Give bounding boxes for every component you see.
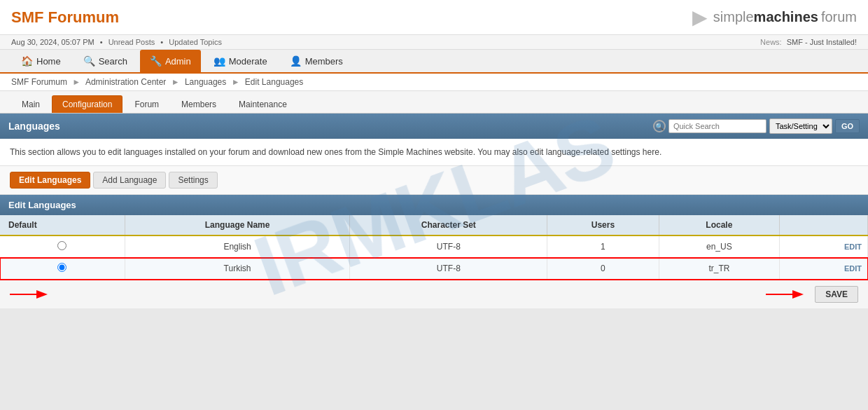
row-users-turkish: 0 — [547, 258, 659, 280]
section-header: Languages 🔍 Task/Setting GO — [0, 114, 868, 139]
row-locale-turkish: tr_TR — [659, 258, 779, 280]
row-edit-english: EDIT — [780, 235, 868, 258]
breadcrumb-languages[interactable]: Languages — [185, 77, 226, 87]
tab-forum[interactable]: Forum — [124, 95, 169, 113]
go-button[interactable]: GO — [835, 119, 860, 133]
header: SMF Forumum ▶ simplemachines forum — [0, 0, 868, 35]
tab-configuration[interactable]: Configuration — [52, 95, 122, 113]
news-text: SMF - Just Installed! — [787, 38, 857, 46]
col-character-set: Character Set — [350, 215, 547, 235]
col-users: Users — [547, 215, 659, 235]
breadcrumb: SMF Forumum ► Administration Center ► La… — [0, 74, 868, 91]
save-button[interactable]: SAVE — [815, 286, 858, 303]
search-area: 🔍 Task/Setting GO — [653, 118, 860, 134]
breadcrumb-admin[interactable]: Administration Center — [85, 77, 166, 87]
arrow-right-indicator — [766, 286, 808, 303]
row-charset-english: UTF-8 — [350, 235, 547, 258]
logo-area: ▶ simplemachines forum — [692, 6, 857, 29]
tab-bar: Main Configuration Forum Members Mainten… — [0, 91, 868, 114]
nav-search-label: Search — [99, 56, 127, 67]
radio-english[interactable] — [57, 241, 66, 250]
row-name-turkish: Turkish — [125, 258, 350, 280]
subtab-edit-languages[interactable]: Edit Languages — [10, 172, 90, 189]
info-bar: Aug 30, 2024, 05:07 PM • Unread Posts • … — [0, 35, 868, 50]
logo-triangle-icon: ▶ — [692, 6, 708, 29]
col-edit-action — [780, 215, 868, 235]
arrow-left-area — [10, 286, 52, 303]
edit-english-link[interactable]: EDIT — [844, 242, 862, 251]
site-title: SMF Forumum — [11, 8, 119, 26]
sep1: • — [100, 38, 103, 46]
moderate-icon: 👥 — [214, 55, 225, 67]
table-row: Turkish UTF-8 0 tr_TR EDIT — [0, 258, 868, 280]
nav-bar: 🏠 Home 🔍 Search 🔧 Admin 👥 Moderate 👤 Mem… — [0, 50, 868, 74]
news-label: News: — [760, 38, 782, 46]
table-header-row: Default Language Name Character Set User… — [0, 215, 868, 235]
col-default: Default — [0, 215, 125, 235]
tab-main[interactable]: Main — [11, 95, 50, 113]
quick-search-input[interactable] — [668, 119, 766, 133]
row-edit-turkish: EDIT — [780, 258, 868, 280]
nav-moderate-label: Moderate — [229, 56, 267, 67]
save-row: SAVE — [0, 280, 868, 308]
edit-turkish-link[interactable]: EDIT — [844, 264, 862, 273]
nav-moderate[interactable]: 👥 Moderate — [204, 50, 277, 72]
breadcrumb-current: Edit Languages — [245, 77, 303, 87]
subtab-settings[interactable]: Settings — [169, 172, 217, 189]
nav-home-label: Home — [36, 56, 61, 67]
nav-admin[interactable]: 🔧 Admin — [140, 50, 201, 72]
section-description: This section allows you to edit language… — [0, 139, 868, 166]
main-content: Languages 🔍 Task/Setting GO This section… — [0, 114, 868, 308]
edit-langs-header: Edit Languages — [0, 195, 868, 215]
info-bar-left: Aug 30, 2024, 05:07 PM • Unread Posts • … — [11, 38, 222, 46]
subtab-bar: Edit Languages Add Language Settings — [0, 166, 868, 195]
search-icon: 🔍 — [83, 55, 95, 67]
nav-members-label: Members — [305, 56, 343, 67]
members-icon: 👤 — [290, 55, 302, 67]
breadcrumb-home[interactable]: SMF Forumum — [11, 77, 67, 87]
col-locale: Locale — [659, 215, 779, 235]
updated-topics-link[interactable]: Updated Topics — [169, 38, 222, 46]
row-users-english: 1 — [547, 235, 659, 258]
arrow-left-indicator — [10, 286, 52, 303]
col-language-name: Language Name — [125, 215, 350, 235]
row-charset-turkish: UTF-8 — [350, 258, 547, 280]
home-icon: 🏠 — [21, 55, 33, 67]
tab-maintenance[interactable]: Maintenance — [228, 95, 298, 113]
nav-search[interactable]: 🔍 Search — [74, 50, 137, 72]
section-title: Languages — [8, 121, 60, 132]
subtab-add-language[interactable]: Add Language — [93, 172, 166, 189]
radio-turkish[interactable] — [57, 263, 66, 272]
row-default-english — [0, 235, 125, 258]
sep-icon-3: ► — [232, 77, 240, 87]
row-default-turkish — [0, 258, 125, 280]
news-area: News: SMF - Just Installed! — [760, 38, 857, 46]
table-row: English UTF-8 1 en_US EDIT — [0, 235, 868, 258]
edit-langs-title: Edit Languages — [8, 200, 76, 210]
datetime: Aug 30, 2024, 05:07 PM — [11, 38, 94, 46]
task-setting-select[interactable]: Task/Setting — [769, 118, 832, 134]
nav-admin-label: Admin — [165, 56, 191, 67]
site-title-area: SMF Forumum — [11, 8, 119, 27]
unread-posts-link[interactable]: Unread Posts — [108, 38, 155, 46]
nav-members[interactable]: 👤 Members — [280, 50, 353, 72]
logo-text: simplemachines forum — [713, 9, 857, 25]
languages-table: Default Language Name Character Set User… — [0, 215, 868, 280]
row-name-english: English — [125, 235, 350, 258]
search-circle-icon: 🔍 — [653, 120, 666, 132]
tab-members[interactable]: Members — [171, 95, 227, 113]
save-area: SAVE — [766, 286, 858, 303]
sep-icon-2: ► — [172, 77, 180, 87]
nav-home[interactable]: 🏠 Home — [11, 50, 71, 72]
row-locale-english: en_US — [659, 235, 779, 258]
sep-icon-1: ► — [72, 77, 80, 87]
sep2: • — [160, 38, 163, 46]
admin-icon: 🔧 — [150, 55, 162, 67]
